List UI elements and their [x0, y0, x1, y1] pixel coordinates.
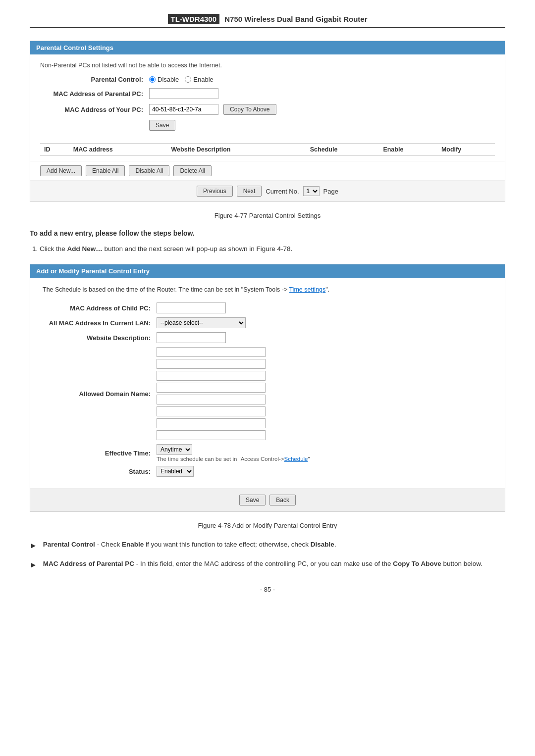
lan-mac-select[interactable]: --please select-- [157, 317, 246, 328]
mac-parental-row: MAC Address of Parental PC: [40, 88, 495, 99]
mac-parental-label: MAC Address of Parental PC: [40, 90, 149, 98]
child-mac-row: MAC Address of Child PC: [43, 302, 492, 313]
effective-time-label: Effective Time: [43, 450, 157, 457]
mac-your-row: MAC Address of Your PC: Copy To Above [40, 104, 495, 115]
status-label: Status: [43, 468, 157, 475]
copy-to-above-term: Copy To Above [393, 560, 441, 567]
model-description: N750 Wireless Dual Band Gigabit Router [224, 15, 367, 23]
copy-to-above-button[interactable]: Copy To Above [223, 104, 276, 115]
page-number: - 85 - [30, 586, 505, 593]
status-select[interactable]: Enabled Disabled [157, 466, 194, 477]
domain-input-8[interactable] [157, 430, 266, 440]
website-desc-label: Website Description: [43, 334, 157, 342]
parental-info-text: Non-Parental PCs not listed will not be … [40, 62, 495, 69]
page-header: TL-WDR4300 N750 Wireless Dual Band Gigab… [30, 15, 505, 28]
col-enable: Enable [379, 144, 437, 156]
table-header-row: ID MAC address Website Description Sched… [40, 144, 495, 156]
lan-mac-row: All MAC Address In Current LAN: --please… [43, 317, 492, 328]
effective-time-row: Effective Time: Anytime The time schedul… [43, 444, 492, 462]
time-settings-link[interactable]: Time settings [289, 286, 325, 293]
modify-panel-body: The Schedule is based on the time of the… [30, 278, 505, 488]
schedule-link[interactable]: Schedule [284, 456, 308, 462]
parental-table: ID MAC address Website Description Sched… [40, 143, 495, 156]
disable-all-button[interactable]: Disable All [129, 165, 169, 176]
mac-your-label: MAC Address of Your PC: [40, 106, 149, 113]
bullet-text-1: Parental Control - Check Enable if you w… [43, 539, 336, 550]
bullet-list: ► Parental Control - Check Enable if you… [30, 539, 505, 571]
save-row: Save [40, 120, 495, 131]
previous-button[interactable]: Previous [197, 186, 233, 197]
col-schedule: Schedule [306, 144, 379, 156]
modify-footer: Save Back [30, 488, 505, 511]
parental-save-button[interactable]: Save [149, 120, 175, 131]
disable-term: Disable [311, 541, 334, 548]
domain-input-5[interactable] [157, 395, 266, 404]
domain-input-2[interactable] [157, 359, 266, 369]
col-modify: Modify [437, 144, 495, 156]
parental-table-section: ID MAC address Website Description Sched… [30, 143, 505, 161]
domain-input-6[interactable] [157, 406, 266, 416]
enable-all-button[interactable]: Enable All [86, 165, 125, 176]
modify-panel: Add or Modify Parental Control Entry The… [30, 264, 505, 512]
table-actions: Add New... Enable All Disable All Delete… [30, 161, 505, 180]
mac-your-input[interactable] [149, 104, 218, 115]
bullet-text-2: MAC Address of Parental PC - In this fie… [43, 558, 482, 569]
next-button[interactable]: Next [237, 186, 262, 197]
enable-term: Enable [122, 541, 144, 548]
back-button[interactable]: Back [269, 495, 296, 505]
website-desc-input[interactable] [157, 332, 226, 343]
effective-time-group: Anytime The time schedule can be set in … [157, 444, 310, 462]
parental-control-label: Parental Control: [40, 76, 149, 83]
enable-radio-label[interactable]: Enable [185, 76, 213, 83]
mac-parental-input[interactable] [149, 88, 218, 99]
bullet-arrow-1: ► [30, 540, 37, 552]
figure2-caption: Figure 4-78 Add or Modify Parental Contr… [30, 522, 505, 529]
parental-panel-body: Non-Parental PCs not listed will not be … [30, 54, 505, 143]
domain-input-1[interactable] [157, 347, 266, 357]
mac-parental-term: MAC Address of Parental PC [43, 560, 134, 567]
add-new-button[interactable]: Add New... [40, 165, 82, 176]
domain-input-7[interactable] [157, 418, 266, 428]
status-row: Status: Enabled Disabled [43, 466, 492, 477]
modify-panel-header: Add or Modify Parental Control Entry [30, 264, 505, 278]
delete-all-button[interactable]: Delete All [173, 165, 212, 176]
domain-inputs [157, 347, 266, 440]
lan-mac-label: All MAC Address In Current LAN: [43, 319, 157, 327]
schedule-note: The time schedule can be set in "Access … [157, 456, 310, 462]
modify-info: The Schedule is based on the time of the… [43, 285, 492, 295]
current-no-label: Current No. [266, 188, 299, 195]
bullet-item-2: ► MAC Address of Parental PC - In this f… [30, 558, 505, 571]
disable-radio-label[interactable]: Disable [149, 76, 179, 83]
domain-name-row: Allowed Domain Name: [43, 347, 492, 440]
parental-control-row: Parental Control: Disable Enable [40, 76, 495, 83]
bullet-item-1: ► Parental Control - Check Enable if you… [30, 539, 505, 552]
figure1-caption: Figure 4-77 Parental Control Settings [30, 212, 505, 219]
col-desc: Website Description [167, 144, 306, 156]
bullet-arrow-2: ► [30, 559, 37, 571]
enable-radio[interactable] [185, 76, 191, 83]
domain-input-3[interactable] [157, 371, 266, 381]
page-label: Page [323, 188, 338, 195]
modify-save-button[interactable]: Save [239, 495, 266, 505]
parental-control-panel: Parental Control Settings Non-Parental P… [30, 41, 505, 202]
domain-name-label: Allowed Domain Name: [43, 390, 157, 398]
instruction-header: To add a new entry, please follow the st… [30, 229, 505, 237]
domain-input-4[interactable] [157, 383, 266, 393]
parental-control-term: Parental Control [43, 541, 95, 548]
col-mac: MAC address [69, 144, 167, 156]
col-id: ID [40, 144, 69, 156]
pagination-row: Previous Next Current No. 1 Page [30, 180, 505, 202]
model-title: TL-WDR4300 N750 Wireless Dual Band Gigab… [168, 15, 368, 23]
website-desc-row: Website Description: [43, 332, 492, 343]
steps-list: Click the Add New… button and the next s… [40, 244, 505, 254]
effective-time-select[interactable]: Anytime [157, 444, 192, 455]
parental-panel-header: Parental Control Settings [30, 41, 505, 54]
child-mac-label: MAC Address of Child PC: [43, 304, 157, 312]
add-new-bold: Add New… [67, 245, 103, 252]
child-mac-input[interactable] [157, 302, 226, 313]
model-number: TL-WDR4300 [168, 14, 220, 24]
page-select[interactable]: 1 [303, 186, 320, 196]
parental-control-radios: Disable Enable [149, 76, 214, 83]
step-1: Click the Add New… button and the next s… [40, 244, 505, 254]
disable-radio[interactable] [149, 76, 156, 83]
